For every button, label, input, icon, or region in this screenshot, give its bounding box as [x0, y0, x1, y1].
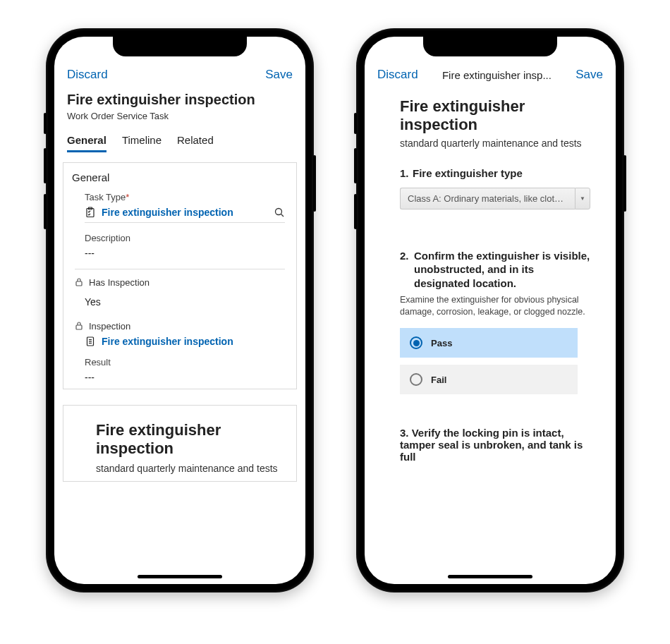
survey-preview-card: Fire extinguisher inspection standard qu…: [63, 405, 297, 482]
has-inspection-label: Has Inspection: [89, 277, 150, 288]
question-title: Verify the locking pin is intact, tamper…: [400, 427, 583, 463]
option-label: Fail: [431, 375, 446, 385]
svg-rect-5: [76, 325, 82, 329]
lock-icon: [73, 277, 85, 288]
question-title: Confirm the extinguisher is visible, uno…: [414, 249, 590, 291]
option-label: Pass: [431, 338, 452, 348]
task-type-label: Task Type*: [85, 192, 285, 202]
general-section-card: General Task Type*: [63, 162, 297, 389]
dropdown-selected-value: Class A: Ordinary materials, like cloth,…: [400, 188, 575, 209]
form-tabs: General Timeline Related: [54, 121, 305, 152]
task-type-lookup[interactable]: Fire extinguisher inspection: [85, 207, 233, 218]
survey-title: Fire extinguisher inspection: [400, 97, 604, 135]
discard-button[interactable]: Discard: [377, 68, 418, 82]
home-indicator: [138, 575, 222, 578]
search-icon[interactable]: [274, 207, 285, 218]
question-number: 2.: [400, 249, 410, 291]
description-label: Description: [85, 233, 285, 243]
result-value[interactable]: ---: [85, 372, 285, 383]
tab-timeline[interactable]: Timeline: [122, 134, 162, 152]
inspection-label: Inspection: [89, 321, 130, 332]
home-indicator: [448, 575, 532, 578]
tab-related[interactable]: Related: [177, 134, 214, 152]
radio-selected-icon: [410, 336, 422, 349]
phone-notch: [423, 37, 557, 56]
section-header: General: [63, 163, 296, 188]
radio-unselected-icon: [410, 373, 422, 386]
svg-point-2: [276, 209, 282, 215]
tab-general[interactable]: General: [67, 134, 106, 152]
svg-rect-4: [76, 281, 82, 286]
inspection-lookup[interactable]: Fire extinguisher inspection: [85, 336, 285, 347]
option-fail[interactable]: Fail: [400, 365, 578, 394]
extinguisher-type-dropdown[interactable]: Class A: Ordinary materials, like cloth,…: [400, 188, 590, 209]
question-help-text: Examine the extinguisher for obvious phy…: [400, 294, 590, 318]
clipboard-icon: [85, 207, 96, 218]
save-button[interactable]: Save: [265, 68, 293, 82]
record-title: Fire extinguisher inspection: [67, 92, 293, 108]
has-inspection-value: Yes: [85, 296, 285, 308]
save-button[interactable]: Save: [575, 68, 603, 82]
survey-title: Fire extinguisher inspection: [96, 421, 278, 458]
svg-line-3: [281, 214, 284, 217]
question-title: Fire extinguisher type: [413, 167, 523, 179]
entity-name: Work Order Service Task: [67, 111, 293, 121]
task-type-value: Fire extinguisher inspection: [102, 207, 233, 218]
survey-description: standard quarterly maintenance and tests: [400, 138, 604, 149]
option-pass[interactable]: Pass: [400, 328, 578, 358]
result-label: Result: [85, 357, 285, 367]
survey-description: standard quarterly maintenance and tests: [96, 463, 278, 474]
phone-notch: [113, 37, 247, 56]
inspection-value: Fire extinguisher inspection: [102, 336, 233, 347]
description-value[interactable]: ---: [85, 248, 285, 259]
page-title: Fire extinguisher insp...: [418, 69, 576, 81]
chevron-down-icon: ▼: [575, 188, 590, 209]
discard-button[interactable]: Discard: [67, 68, 108, 82]
lock-icon: [73, 320, 85, 332]
question-number: 3.: [400, 427, 409, 439]
form-icon: [85, 336, 96, 347]
question-number: 1.: [400, 167, 410, 179]
